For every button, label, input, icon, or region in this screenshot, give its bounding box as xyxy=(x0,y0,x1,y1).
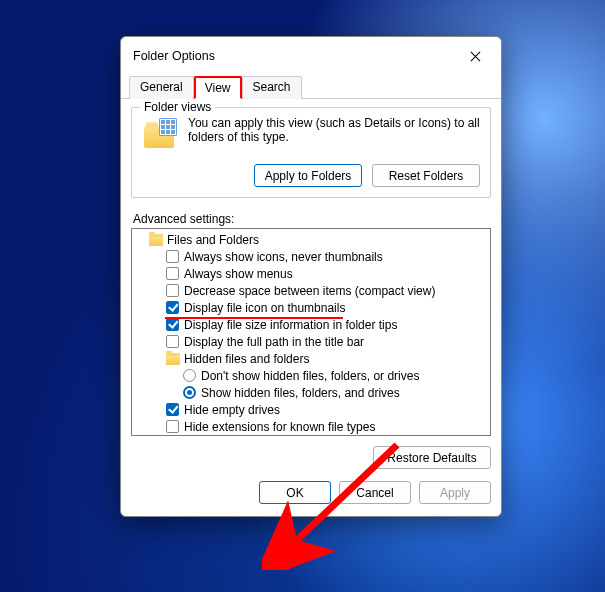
tree-item[interactable]: Hide extensions for known file types xyxy=(134,418,488,435)
checkbox-checked[interactable] xyxy=(166,301,179,314)
annotation-underline xyxy=(165,317,343,319)
tab-general[interactable]: General xyxy=(129,76,194,99)
tree-item-label: Hide extensions for known file types xyxy=(184,420,375,434)
radio-selected[interactable] xyxy=(183,386,196,399)
tree-item-label: Hide empty drives xyxy=(184,403,280,417)
tree-item[interactable]: Display file icon on thumbnails xyxy=(134,299,488,316)
radio[interactable] xyxy=(183,369,196,382)
titlebar: Folder Options xyxy=(121,37,501,71)
folder-views-icon xyxy=(142,116,180,154)
tree-item[interactable]: Display the full path in the title bar xyxy=(134,333,488,350)
tree-item-label: Always show icons, never thumbnails xyxy=(184,250,383,264)
folder-icon xyxy=(166,353,180,365)
tree-group-files-folders: Files and Folders xyxy=(134,231,488,248)
reset-folders-button[interactable]: Reset Folders xyxy=(372,164,480,187)
tree-item-label: Always show menus xyxy=(184,267,293,281)
cancel-button[interactable]: Cancel xyxy=(339,481,411,504)
checkbox[interactable] xyxy=(166,250,179,263)
advanced-settings-tree[interactable]: Files and Folders Always show icons, nev… xyxy=(131,228,491,436)
tree-item-label: Decrease space between items (compact vi… xyxy=(184,284,435,298)
tab-search[interactable]: Search xyxy=(242,76,302,99)
apply-button[interactable]: Apply xyxy=(419,481,491,504)
folder-views-group: Folder views You can apply this view (su… xyxy=(131,107,491,198)
ok-button[interactable]: OK xyxy=(259,481,331,504)
dialog-title: Folder Options xyxy=(133,49,215,63)
restore-defaults-button[interactable]: Restore Defaults xyxy=(373,446,491,469)
tree-item[interactable]: Decrease space between items (compact vi… xyxy=(134,282,488,299)
tree-item-label: Don't show hidden files, folders, or dri… xyxy=(201,369,419,383)
folder-options-dialog: Folder Options General View Search Folde… xyxy=(120,36,502,517)
tree-radio-item[interactable]: Show hidden files, folders, and drives xyxy=(134,384,488,401)
tab-view[interactable]: View xyxy=(194,76,242,99)
close-button[interactable] xyxy=(459,45,491,67)
tab-strip: General View Search xyxy=(121,75,501,99)
tree-group-hidden: Hidden files and folders xyxy=(134,350,488,367)
folder-views-title: Folder views xyxy=(140,100,215,114)
folder-icon xyxy=(149,234,163,246)
apply-to-folders-button[interactable]: Apply to Folders xyxy=(254,164,362,187)
close-icon xyxy=(470,51,481,62)
tree-group-label: Files and Folders xyxy=(167,233,259,247)
tree-item-label: Show hidden files, folders, and drives xyxy=(201,386,400,400)
dialog-body: Folder views You can apply this view (su… xyxy=(121,99,501,516)
tree-radio-item[interactable]: Don't show hidden files, folders, or dri… xyxy=(134,367,488,384)
folder-views-text: You can apply this view (such as Details… xyxy=(188,116,480,154)
tree-group-label: Hidden files and folders xyxy=(184,352,309,366)
checkbox[interactable] xyxy=(166,420,179,433)
advanced-settings-label: Advanced settings: xyxy=(133,212,491,226)
tree-item-label: Display the full path in the title bar xyxy=(184,335,364,349)
tree-item[interactable]: Always show icons, never thumbnails xyxy=(134,248,488,265)
checkbox-checked[interactable] xyxy=(166,318,179,331)
checkbox[interactable] xyxy=(166,335,179,348)
checkbox[interactable] xyxy=(166,267,179,280)
tree-item[interactable]: Always show menus xyxy=(134,265,488,282)
tree-item-label: Display file size information in folder … xyxy=(184,318,397,332)
checkbox-checked[interactable] xyxy=(166,403,179,416)
tree-item[interactable]: Hide empty drives xyxy=(134,401,488,418)
checkbox[interactable] xyxy=(166,284,179,297)
tree-item-label: Display file icon on thumbnails xyxy=(184,301,345,315)
